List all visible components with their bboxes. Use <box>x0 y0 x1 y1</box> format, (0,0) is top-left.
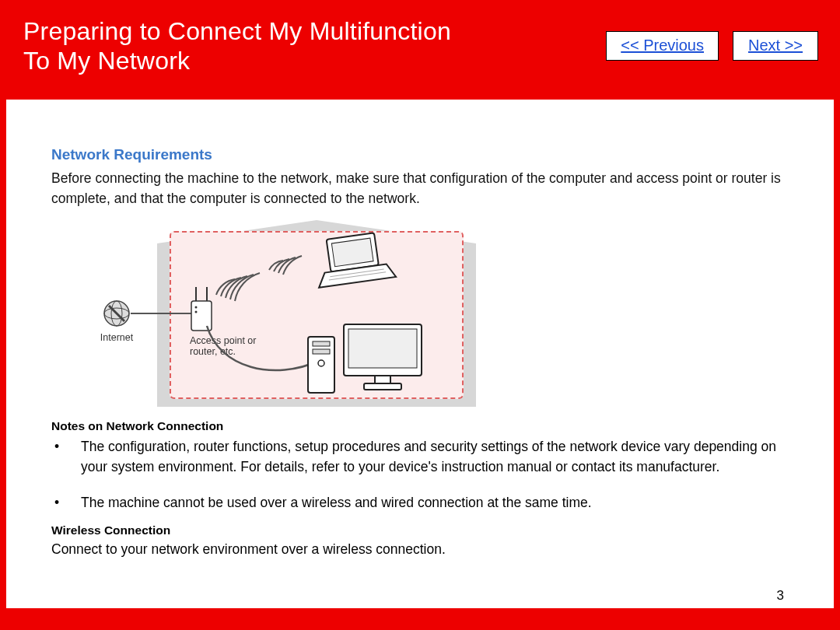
list-item: • The machine cannot be used over a wire… <box>51 492 789 513</box>
svg-rect-23 <box>364 383 401 390</box>
wireless-heading: Wireless Connection <box>51 523 789 537</box>
intro-paragraph: Before connecting the machine to the net… <box>51 168 789 209</box>
header-bar: Preparing to Connect My Multifunction To… <box>0 0 840 100</box>
network-diagram: Internet Access point or router, etc. <box>103 220 476 407</box>
title-line-1: Preparing to Connect My Multifunction <box>23 17 451 45</box>
wireless-waves-icon <box>212 248 328 318</box>
svg-point-9 <box>195 306 198 308</box>
internet-label: Internet <box>95 332 138 343</box>
wireless-text: Connect to your network environment over… <box>51 539 789 559</box>
notes-list: • The configuration, router functions, s… <box>51 436 789 513</box>
bullet-icon: • <box>51 436 81 478</box>
previous-button[interactable]: << Previous <box>606 31 719 61</box>
svg-rect-12 <box>331 238 373 267</box>
svg-rect-21 <box>348 329 417 368</box>
slide-page: Preparing to Connect My Multifunction To… <box>0 0 840 630</box>
svg-rect-22 <box>375 376 390 383</box>
page-number: 3 <box>777 588 784 604</box>
title-line-2: To My Network <box>23 47 190 75</box>
notes-heading: Notes on Network Connection <box>51 419 789 433</box>
content-area: Network Requirements Before connecting t… <box>6 100 834 608</box>
desktop-pc-icon <box>303 317 436 402</box>
nav-buttons: << Previous Next >> <box>606 31 818 61</box>
laptop-icon <box>313 231 398 293</box>
note-text: The configuration, router functions, set… <box>81 436 789 478</box>
list-item: • The configuration, router functions, s… <box>51 436 789 478</box>
section-heading: Network Requirements <box>51 146 789 163</box>
svg-point-10 <box>195 310 198 313</box>
svg-rect-17 <box>313 341 330 346</box>
bullet-icon: • <box>51 492 81 513</box>
svg-rect-18 <box>313 349 330 354</box>
note-text: The machine cannot be used over a wirele… <box>81 492 789 513</box>
next-button[interactable]: Next >> <box>733 31 818 61</box>
